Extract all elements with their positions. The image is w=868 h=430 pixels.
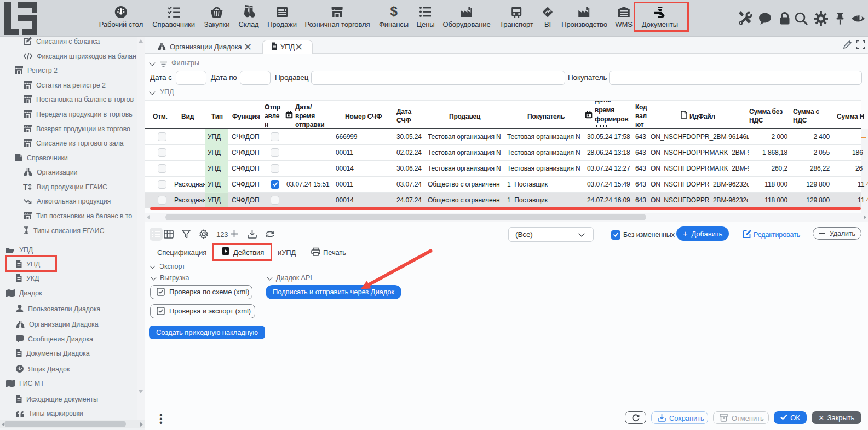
svg-text:T: T <box>23 183 28 191</box>
svg-text:$: $ <box>390 5 398 19</box>
